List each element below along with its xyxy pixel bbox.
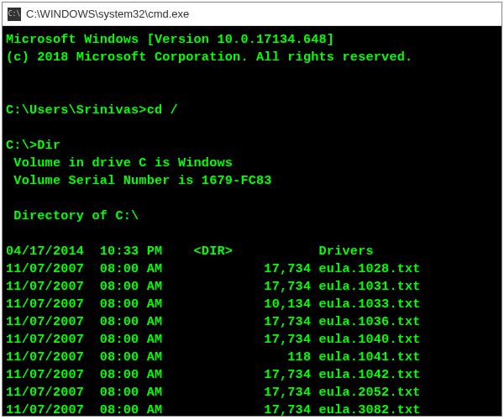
dir-entry: 11/07/2007 08:00 AM 17,734 eula.1028.txt: [6, 260, 498, 278]
volume-line: Volume in drive C is Windows: [6, 155, 233, 171]
copyright-line: (c) 2018 Microsoft Corporation. All righ…: [6, 50, 412, 65]
directory-of-line: Directory of C:\: [6, 208, 139, 223]
cmd-window: C:\ C:\WINDOWS\system32\cmd.exe Microsof…: [2, 2, 502, 417]
version-line: Microsoft Windows [Version 10.0.17134.64…: [6, 32, 334, 47]
dir-entry: 11/07/2007 08:00 AM 17,734 eula.3082.txt: [6, 402, 498, 416]
dir-entry: 11/07/2007 08:00 AM 10,134 eula.1033.txt: [6, 296, 498, 313]
dir-entry: 11/07/2007 08:00 AM 17,734 eula.1042.txt: [6, 366, 498, 384]
dir-entry: 04/17/2014 10:33 PM <DIR> Drivers: [6, 243, 498, 260]
prompt: C:\Users\Srinivas>: [6, 102, 147, 118]
terminal-output[interactable]: Microsoft Windows [Version 10.0.17134.64…: [3, 26, 501, 416]
command-input: cd /: [147, 102, 178, 118]
window-title: C:\WINDOWS\system32\cmd.exe: [26, 8, 189, 20]
dir-entry: 11/07/2007 08:00 AM 17,734 eula.1040.txt: [6, 331, 498, 349]
dir-entry: 11/07/2007 08:00 AM 17,734 eula.2052.txt: [6, 384, 498, 402]
prompt: C:\>: [6, 138, 37, 153]
dir-entry: 11/07/2007 08:00 AM 17,734 eula.1031.txt: [6, 278, 498, 296]
dir-entry: 11/07/2007 08:00 AM 17,734 eula.1036.txt: [6, 313, 498, 331]
titlebar[interactable]: C:\ C:\WINDOWS\system32\cmd.exe: [3, 3, 501, 26]
directory-listing: 04/17/2014 10:33 PM <DIR> Drivers11/07/2…: [6, 243, 498, 416]
serial-line: Volume Serial Number is 1679-FC83: [6, 173, 272, 188]
cmd-icon: C:\: [8, 8, 21, 21]
dir-entry: 11/07/2007 08:00 AM 118 eula.1041.txt: [6, 349, 498, 366]
command-input: Dir: [37, 138, 60, 153]
